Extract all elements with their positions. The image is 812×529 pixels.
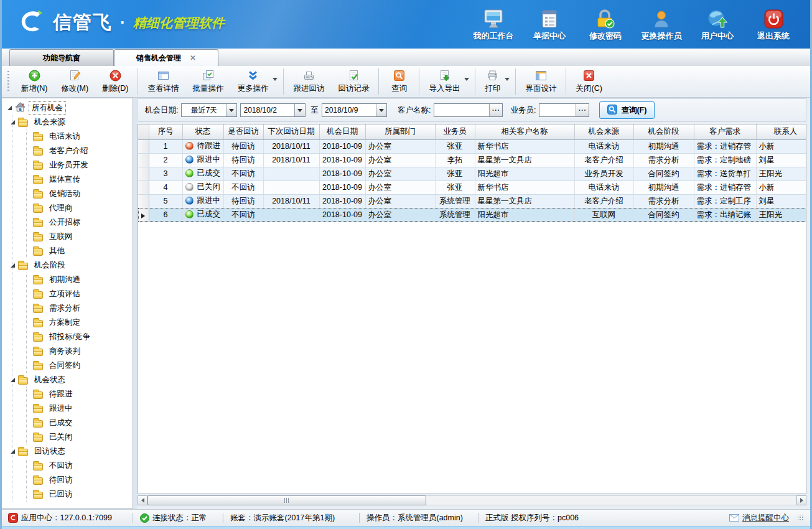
tree-leaf-item[interactable]: 不回访 bbox=[46, 459, 76, 472]
nav-label: 退出系统 bbox=[757, 30, 790, 42]
query-button[interactable]: 查询 bbox=[381, 67, 416, 96]
tab-function-nav[interactable]: 功能导航窗 bbox=[9, 49, 114, 66]
date-to-select[interactable]: 2018/10/9 bbox=[322, 103, 387, 117]
expander-icon[interactable] bbox=[11, 378, 15, 382]
nav-switch-user[interactable]: 更换操作员 bbox=[635, 7, 688, 42]
message-center-link[interactable]: 消息提醒中心 bbox=[742, 513, 789, 523]
column-header[interactable]: 是否回访 bbox=[223, 124, 263, 139]
modify-button[interactable]: 修改(M) bbox=[54, 67, 95, 96]
tree-leaf-item[interactable]: 公开招标 bbox=[46, 216, 83, 229]
tree-leaf-item[interactable]: 招投标/竞争 bbox=[46, 330, 93, 344]
customer-lookup-button[interactable] bbox=[489, 104, 502, 116]
tree-leaf-item[interactable]: 代理商 bbox=[46, 202, 76, 215]
column-header[interactable]: 相关客户名称 bbox=[475, 124, 574, 139]
column-header[interactable]: 联系人 bbox=[756, 124, 806, 139]
ui-design-button[interactable]: 界面设计 bbox=[518, 67, 563, 96]
tree-leaf-item[interactable]: 初期沟通 bbox=[46, 273, 83, 286]
tree-leaf-item[interactable]: 已回访 bbox=[46, 488, 76, 501]
column-header[interactable]: 机会阶段 bbox=[633, 124, 694, 139]
view-detail-button[interactable]: 查看详情 bbox=[141, 67, 185, 96]
tree-leaf-item[interactable]: 待回访 bbox=[46, 474, 76, 487]
scrollbar-track[interactable] bbox=[147, 495, 796, 505]
tree-group-item[interactable]: 机会状态 bbox=[31, 373, 68, 386]
delete-button[interactable]: 删除(D) bbox=[95, 67, 135, 96]
batch-operation-button[interactable]: 批量操作 bbox=[185, 67, 230, 96]
expander-icon[interactable] bbox=[11, 120, 15, 124]
nav-password[interactable]: 修改密码 bbox=[579, 7, 632, 42]
column-header[interactable]: 所属部门 bbox=[365, 124, 435, 139]
table-row[interactable]: 2跟进中待回访2018/10/112018-10-09办公室李拓星星第一文具店老… bbox=[138, 153, 806, 167]
resize-grip[interactable] bbox=[798, 515, 804, 521]
table-row[interactable]: 1待跟进待回访2018/10/112018-10-09办公室张亚新华书店电话来访… bbox=[138, 139, 806, 153]
chevron-down-icon[interactable] bbox=[226, 104, 236, 116]
customer-name-input[interactable] bbox=[434, 104, 489, 116]
salesman-lookup-button[interactable] bbox=[576, 104, 589, 116]
tree-leaf-item[interactable]: 待跟进 bbox=[46, 388, 76, 401]
print-button[interactable]: 打印 bbox=[478, 67, 513, 96]
close-button[interactable]: 关闭(C) bbox=[569, 67, 609, 96]
tree-leaf-item[interactable]: 需求分析 bbox=[46, 302, 83, 315]
tree-group-item[interactable]: 回访状态 bbox=[31, 445, 68, 458]
table-row[interactable]: 5跟进中待回访2018/10/112018-10-09办公室系统管理星星第一文具… bbox=[138, 194, 806, 208]
add-button[interactable]: 新增(N) bbox=[14, 67, 54, 96]
cell: 不回访 bbox=[223, 167, 263, 180]
tree-leaf-item[interactable]: 其他 bbox=[46, 245, 68, 258]
chevron-down-icon[interactable] bbox=[294, 104, 305, 116]
scrollbar-thumb[interactable] bbox=[147, 495, 426, 505]
print-icon bbox=[487, 70, 498, 82]
dropdown-arrow-icon[interactable] bbox=[273, 78, 278, 81]
tree-leaf-item[interactable]: 媒体宣传 bbox=[46, 173, 83, 186]
query-button[interactable]: 查询(F) bbox=[599, 101, 655, 119]
tree-leaf-item[interactable]: 业务员开发 bbox=[46, 159, 91, 172]
tree-group-item[interactable]: 机会来源 bbox=[31, 116, 68, 129]
table-row[interactable]: 4已关闭不回访2018-10-09办公室张亚新华书店电话来访初期沟通需求：进销存… bbox=[138, 180, 806, 194]
tab-sales-opportunity[interactable]: 销售机会管理 bbox=[114, 49, 218, 66]
date-from-select[interactable]: 2018/10/2 bbox=[240, 103, 306, 117]
tree-group-item[interactable]: 机会阶段 bbox=[31, 259, 68, 272]
nav-workbench[interactable]: 我的工作台 bbox=[467, 7, 520, 42]
tree-item-all-opportunities[interactable]: 所有机会 bbox=[29, 101, 66, 115]
expander-icon[interactable] bbox=[7, 106, 12, 110]
tree-leaf-item[interactable]: 跟进中 bbox=[46, 402, 76, 415]
tree-leaf-item[interactable]: 已关闭 bbox=[46, 431, 76, 444]
follow-up-visit-button[interactable]: 跟进回访 bbox=[286, 67, 331, 96]
date-range-select[interactable]: 最近7天 bbox=[181, 103, 237, 117]
tree-leaf-item[interactable]: 已成交 bbox=[46, 416, 76, 429]
salesman-input[interactable] bbox=[539, 104, 576, 116]
tree-leaf-item[interactable]: 促销活动 bbox=[46, 187, 83, 200]
table-row[interactable]: 3已成交不回访2018-10-09办公室张亚阳光超市业务员开发合同签约需求：送货… bbox=[138, 167, 806, 180]
visit-record-button[interactable]: 回访记录 bbox=[331, 67, 376, 96]
tree-leaf-item[interactable]: 商务谈判 bbox=[46, 345, 83, 358]
column-header[interactable]: 下次回访日期 bbox=[263, 124, 319, 139]
expander-icon[interactable] bbox=[11, 263, 15, 268]
column-header[interactable]: 业务员 bbox=[435, 124, 475, 139]
tree-leaf-item[interactable]: 电话来访 bbox=[46, 130, 83, 143]
toolbar-grip[interactable] bbox=[7, 71, 9, 92]
import-export-button[interactable]: 导入导出 bbox=[422, 67, 472, 96]
nav-doc-center[interactable]: 单据中心 bbox=[523, 7, 576, 42]
more-operations-button[interactable]: 更多操作 bbox=[230, 67, 281, 96]
column-header[interactable]: 客户需求 bbox=[694, 124, 756, 139]
tree-leaf-item[interactable]: 互联网 bbox=[46, 230, 76, 243]
chevron-down-icon[interactable] bbox=[376, 104, 386, 116]
column-header[interactable]: 序号 bbox=[149, 124, 182, 139]
dropdown-arrow-icon[interactable] bbox=[505, 78, 510, 81]
scroll-left-button[interactable] bbox=[138, 495, 147, 505]
column-header[interactable]: 状态 bbox=[182, 124, 223, 139]
row-header bbox=[138, 208, 149, 222]
expander-icon[interactable] bbox=[11, 449, 15, 454]
close-tab-icon[interactable] bbox=[190, 54, 196, 62]
tree-leaf-item[interactable]: 立项评估 bbox=[46, 288, 83, 301]
nav-exit[interactable]: 退出系统 bbox=[747, 7, 800, 42]
tree-leaf-item[interactable]: 老客户介绍 bbox=[46, 144, 91, 157]
nav-label: 单据中心 bbox=[533, 30, 566, 42]
tree-branch: 待跟进跟进中已成交已关闭 bbox=[26, 387, 133, 444]
table-row[interactable]: 6已成交不回访2018-10-09办公室系统管理阳光超市互联网合同签约需求：出纳… bbox=[138, 208, 806, 222]
dropdown-arrow-icon[interactable] bbox=[464, 78, 469, 81]
nav-user-center[interactable]: 用户中心 bbox=[691, 7, 744, 42]
tree-leaf-item[interactable]: 合同签约 bbox=[46, 359, 83, 372]
tree-leaf-item[interactable]: 方案制定 bbox=[46, 316, 83, 329]
column-header[interactable]: 机会来源 bbox=[574, 124, 633, 139]
scroll-right-button[interactable] bbox=[796, 495, 806, 505]
column-header[interactable]: 机会日期 bbox=[319, 124, 365, 139]
